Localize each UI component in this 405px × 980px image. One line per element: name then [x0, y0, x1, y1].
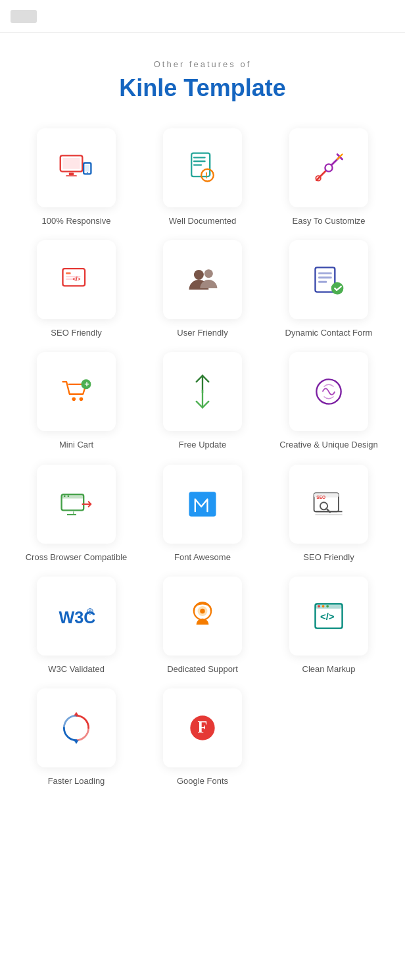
icon-box-user — [163, 240, 242, 319]
icon-box-browser — [37, 465, 116, 544]
feature-label-user: User Friendly — [177, 327, 227, 339]
feature-label-cart: Mini Cart — [59, 439, 93, 451]
header: Other features of Kinle Template — [0, 33, 405, 115]
svg-rect-2 — [69, 172, 74, 175]
feature-card-fontawesome: Font Awesome — [146, 465, 259, 563]
feature-card-loading: Faster Loading — [20, 688, 133, 787]
feature-card-customize: Easy To Customize — [272, 128, 385, 227]
top-bar — [0, 0, 405, 33]
feature-card-responsive: 100% Responsive — [20, 128, 133, 227]
icon-box-fonts: F — [163, 688, 242, 767]
feature-card-w3c: W3C ® W3C Validated — [20, 577, 133, 675]
svg-text:!: ! — [205, 170, 208, 180]
feature-card-creative: Creative & Unique Design — [272, 352, 385, 451]
svg-marker-62 — [74, 712, 78, 716]
feature-label-fonts: Google Fonts — [177, 775, 228, 787]
svg-point-38 — [64, 495, 66, 497]
feature-label-w3c: W3C Validated — [48, 663, 105, 675]
svg-rect-10 — [193, 164, 202, 165]
svg-text:</>: </> — [72, 276, 80, 282]
svg-rect-1 — [62, 158, 80, 169]
features-grid: 100% Responsive ! Well Documented Easy T… — [0, 115, 405, 807]
feature-label-contact: Dynamic Contact Form — [285, 327, 373, 339]
icon-box-markup: </> — [289, 577, 368, 656]
svg-rect-20 — [66, 272, 70, 274]
feature-card-markup: </> Clean Markup — [272, 577, 385, 675]
feature-label-browser: Cross Browser Compatible — [26, 552, 128, 563]
feature-card-cart: + Mini Cart — [20, 352, 133, 451]
svg-point-55 — [200, 609, 204, 613]
icon-box-support — [163, 577, 242, 656]
svg-text:F: F — [198, 718, 208, 736]
svg-text:SEO: SEO — [316, 494, 325, 499]
icon-box-creative — [289, 352, 368, 431]
feature-label-update: Free Update — [179, 439, 226, 451]
svg-rect-3 — [66, 175, 77, 176]
svg-point-32 — [80, 398, 83, 401]
svg-point-39 — [67, 495, 69, 497]
icon-box-update — [163, 352, 242, 431]
svg-rect-29 — [318, 281, 327, 283]
feature-card-browser: Cross Browser Compatible — [20, 465, 133, 563]
feature-label-seo1: SEO Friendly — [51, 327, 101, 339]
svg-rect-9 — [193, 161, 206, 162]
feature-label-loading: Faster Loading — [48, 775, 105, 787]
svg-point-30 — [331, 282, 344, 295]
logo — [11, 10, 37, 23]
icon-box-documented: ! — [163, 128, 242, 207]
icon-box-seo2: SEO — [289, 465, 368, 544]
icon-box-seo1: </> — [37, 240, 116, 319]
svg-point-25 — [204, 269, 213, 278]
svg-rect-8 — [193, 157, 206, 158]
feature-label-customize: Easy To Customize — [292, 215, 365, 227]
svg-rect-5 — [85, 165, 89, 171]
feature-card-seo1: </> SEO Friendly — [20, 240, 133, 339]
feature-label-documented: Well Documented — [169, 215, 236, 227]
svg-point-24 — [194, 270, 204, 280]
icon-box-responsive — [37, 128, 116, 207]
svg-point-31 — [72, 398, 76, 401]
svg-rect-27 — [318, 272, 332, 274]
feature-card-update: Free Update — [146, 352, 259, 451]
icon-box-customize — [289, 128, 368, 207]
feature-card-documented: ! Well Documented — [146, 128, 259, 227]
feature-card-support: Dedicated Support — [146, 577, 259, 675]
icon-box-loading — [37, 688, 116, 767]
feature-label-creative: Creative & Unique Design — [279, 439, 378, 451]
svg-point-58 — [318, 605, 320, 607]
icon-box-contact — [289, 240, 368, 319]
svg-text:®: ® — [89, 609, 92, 614]
icon-box-fontawesome — [163, 465, 242, 544]
icon-box-cart: + — [37, 352, 116, 431]
svg-point-6 — [87, 172, 88, 174]
icon-box-w3c: W3C ® — [37, 577, 116, 656]
feature-label-responsive: 100% Responsive — [42, 215, 111, 227]
svg-rect-28 — [318, 277, 332, 279]
header-subtitle: Other features of — [13, 59, 392, 69]
feature-label-fontawesome: Font Awesome — [174, 552, 231, 563]
feature-card-contact: Dynamic Contact Form — [272, 240, 385, 339]
svg-point-60 — [326, 605, 329, 607]
svg-marker-63 — [74, 740, 78, 744]
feature-card-user: User Friendly — [146, 240, 259, 339]
svg-text:</>: </> — [320, 610, 335, 621]
header-title: Kinle Template — [13, 74, 392, 102]
feature-card-seo2: SEO SEO Friendly — [272, 465, 385, 563]
feature-card-fonts: F Google Fonts — [146, 688, 259, 787]
feature-label-markup: Clean Markup — [302, 663, 356, 675]
feature-label-seo2: SEO Friendly — [303, 552, 354, 563]
svg-text:+: + — [84, 379, 89, 389]
svg-point-59 — [322, 605, 325, 607]
feature-label-support: Dedicated Support — [167, 663, 238, 675]
